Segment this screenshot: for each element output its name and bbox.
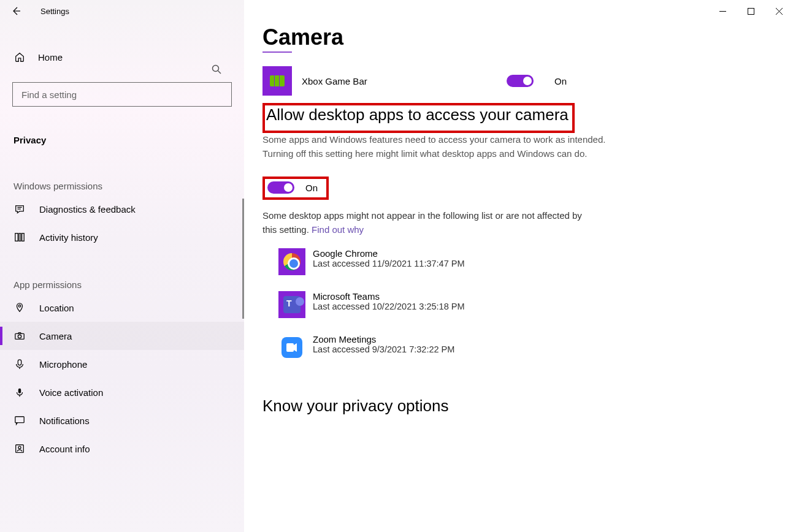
close-button[interactable] [765,0,793,22]
location-icon [13,302,26,313]
page-title: Camera [262,25,775,50]
history-icon [13,232,26,243]
desktop-app-accessed: Last accessed 11/9/2021 11:37:47 PM [313,259,464,268]
desktop-app-accessed: Last accessed 10/22/2021 3:25:18 PM [313,302,464,311]
svg-line-6 [218,71,221,74]
sidebar-item-diagnostics[interactable]: Diagnostics & feedback [0,195,244,223]
sidebar-item-label: Location [39,303,74,313]
voice-icon [13,387,26,398]
svg-rect-9 [15,234,18,241]
maximize-button[interactable] [737,0,765,22]
desktop-app-name: Google Chrome [313,248,464,259]
allow-desktop-toggle[interactable] [267,181,294,194]
svg-rect-11 [22,234,25,241]
sidebar-item-label: Activity history [39,232,98,243]
sidebar-item-label: Account info [39,444,90,454]
desktop-app-zoom: Zoom Meetings Last accessed 9/3/2021 7:3… [278,334,775,361]
desktop-app-name: Zoom Meetings [313,334,454,344]
minimize-button[interactable] [708,0,737,22]
find-out-why-link[interactable]: Find out why [312,224,364,235]
section-privacy-label: Privacy [0,126,244,148]
note-text: Some desktop apps might not appear in th… [262,210,582,235]
home-icon [13,51,26,63]
allow-desktop-description: Some apps and Windows features need to a… [262,133,606,161]
highlight-box-header: Allow desktop apps to access your camera [262,103,575,133]
desktop-app-chrome: Google Chrome Last accessed 11/9/2021 11… [278,248,775,275]
desktop-app-name: Microsoft Teams [313,291,464,302]
sidebar-item-account[interactable]: Account info [0,435,244,463]
sidebar-item-label: Voice activation [39,387,103,398]
sidebar-item-label: Diagnostics & feedback [39,204,136,215]
xbox-toggle[interactable] [507,75,534,87]
svg-point-12 [18,305,21,308]
svg-rect-10 [19,234,21,241]
desktop-app-accessed: Last accessed 9/3/2021 7:32:22 PM [313,344,454,354]
svg-rect-16 [18,389,21,393]
sidebar-item-label: Camera [39,331,72,341]
category-app-permissions: App permissions [0,275,244,294]
camera-icon [13,330,26,341]
teams-icon [278,291,305,318]
titlebar [0,0,793,22]
svg-point-19 [18,446,21,449]
category-windows-permissions: Windows permissions [0,176,244,195]
app-row-xbox: Xbox Game Bar On [262,66,775,96]
allow-desktop-toggle-state: On [305,183,318,193]
sidebar-item-label: Microphone [39,359,87,370]
chat-icon [13,415,26,426]
svg-rect-15 [18,360,21,365]
sidebar: Settings Home Privacy Windows permission… [0,0,244,532]
xbox-game-bar-icon [262,66,292,96]
search-icon [211,64,222,75]
search-input[interactable] [12,82,232,107]
svg-rect-1 [748,8,754,14]
microphone-icon [13,359,26,370]
sidebar-item-notifications[interactable]: Notifications [0,406,244,435]
sidebar-item-camera[interactable]: Camera [0,322,244,350]
chrome-icon [278,248,305,275]
svg-point-14 [18,335,21,338]
desktop-apps-note: Some desktop apps might not appear in th… [262,208,594,237]
sidebar-item-voice[interactable]: Voice activation [0,378,244,406]
account-icon [13,443,26,454]
zoom-icon [278,334,305,361]
desktop-app-teams: Microsoft Teams Last accessed 10/22/2021… [278,291,775,318]
svg-point-5 [213,66,219,72]
highlight-box-toggle: On [262,177,329,200]
title-accent [262,51,292,53]
sidebar-item-location[interactable]: Location [0,294,244,322]
main-content: Camera Xbox Game Bar On Allow desktop ap… [244,0,793,532]
sidebar-item-activity[interactable]: Activity history [0,223,244,251]
sidebar-item-microphone[interactable]: Microphone [0,350,244,378]
privacy-options-header: Know your privacy options [262,397,775,416]
allow-desktop-header: Allow desktop apps to access your camera [266,105,569,124]
svg-rect-17 [15,417,24,423]
sidebar-item-label: Notifications [39,416,90,426]
home-label: Home [38,52,63,63]
sidebar-item-home[interactable]: Home [0,45,244,69]
xbox-toggle-state: On [554,76,567,86]
feedback-icon [13,203,26,215]
app-name: Xbox Game Bar [302,76,455,86]
